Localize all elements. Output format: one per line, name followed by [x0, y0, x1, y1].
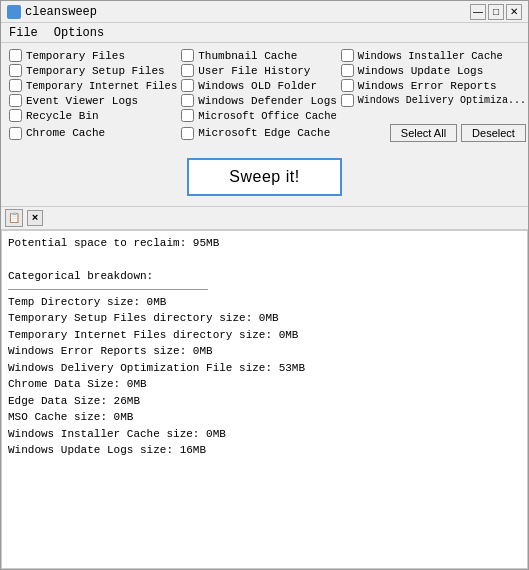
minimize-button[interactable]: —: [470, 4, 486, 20]
checkbox-user-file-history-label: User File History: [198, 65, 310, 77]
checkbox-windows-installer-cache-input[interactable]: [341, 49, 354, 62]
checkbox-windows-installer-cache-label: Windows Installer Cache: [358, 50, 503, 62]
checkbox-user-file-history-input[interactable]: [181, 64, 194, 77]
menu-options[interactable]: Options: [50, 26, 108, 40]
log-divider: [8, 289, 208, 290]
checkbox-chrome-cache[interactable]: Chrome Cache: [9, 124, 177, 142]
checkbox-chrome-cache-label: Chrome Cache: [26, 127, 105, 139]
checkbox-windows-delivery-optimization[interactable]: Windows Delivery Optimiza...: [341, 94, 526, 107]
checkbox-recycle-bin-label: Recycle Bin: [26, 110, 99, 122]
potential-space-line: Potential space to reclaim: 95MB: [8, 235, 521, 252]
checkbox-temporary-setup-files-label: Temporary Setup Files: [26, 65, 165, 77]
main-window: cleansweep — □ ✕ File Options Temporary …: [0, 0, 529, 570]
sweep-button[interactable]: Sweep it!: [187, 158, 341, 196]
title-bar-controls: — □ ✕: [470, 4, 522, 20]
checkbox-windows-error-reports[interactable]: Windows Error Reports: [341, 79, 526, 92]
checkbox-microsoft-office-cache-label: Microsoft Office Cache: [198, 110, 337, 122]
checkbox-windows-update-logs[interactable]: Windows Update Logs: [341, 64, 526, 77]
log-line-8: MSO Cache size: 0MB: [8, 409, 521, 426]
log-line-4: Windows Error Reports size: 0MB: [8, 343, 521, 360]
checkbox-temporary-setup-files[interactable]: Temporary Setup Files: [9, 64, 177, 77]
checkbox-user-file-history[interactable]: User File History: [181, 64, 337, 77]
checkbox-empty-1: [341, 109, 526, 122]
checkbox-windows-defender-logs-label: Windows Defender Logs: [198, 95, 337, 107]
menu-bar: File Options: [1, 23, 528, 43]
categorical-breakdown-line: Categorical breakdown:: [8, 268, 521, 285]
checkbox-event-viewer-logs-label: Event Viewer Logs: [26, 95, 138, 107]
checkbox-chrome-cache-input[interactable]: [9, 127, 22, 140]
log-line-5: Windows Delivery Optimization File size:…: [8, 360, 521, 377]
checkbox-windows-delivery-optimization-input[interactable]: [341, 94, 354, 107]
checkbox-thumbnail-cache-label: Thumbnail Cache: [198, 50, 297, 62]
log-line-7: Edge Data Size: 26MB: [8, 393, 521, 410]
checkbox-microsoft-edge-cache-label: Microsoft Edge Cache: [198, 127, 330, 139]
checkbox-temporary-files-input[interactable]: [9, 49, 22, 62]
checkbox-recycle-bin-input[interactable]: [9, 109, 22, 122]
log-tabs: 📋 ×: [1, 206, 528, 230]
checkbox-windows-update-logs-input[interactable]: [341, 64, 354, 77]
checkboxes-area: Temporary Files Thumbnail Cache Windows …: [1, 43, 528, 148]
checkbox-recycle-bin[interactable]: Recycle Bin: [9, 109, 177, 122]
close-button[interactable]: ✕: [506, 4, 522, 20]
checkbox-windows-old-folder[interactable]: Windows OLD Folder: [181, 79, 337, 92]
checkbox-event-viewer-logs-input[interactable]: [9, 94, 22, 107]
checkbox-temporary-internet-files-label: Temporary Internet Files: [26, 80, 177, 92]
menu-file[interactable]: File: [5, 26, 42, 40]
log-line-1: Temp Directory size: 0MB: [8, 294, 521, 311]
select-buttons-row: Select All Deselect: [341, 124, 526, 142]
checkbox-thumbnail-cache[interactable]: Thumbnail Cache: [181, 49, 337, 62]
checkbox-windows-defender-logs-input[interactable]: [181, 94, 194, 107]
tab-close-button[interactable]: ×: [27, 210, 43, 226]
deselect-button[interactable]: Deselect: [461, 124, 526, 142]
checkbox-microsoft-edge-cache-input[interactable]: [181, 127, 194, 140]
checkbox-windows-defender-logs[interactable]: Windows Defender Logs: [181, 94, 337, 107]
tab-icon[interactable]: 📋: [5, 209, 23, 227]
select-all-button[interactable]: Select All: [390, 124, 457, 142]
checkbox-windows-old-folder-label: Windows OLD Folder: [198, 80, 317, 92]
checkbox-windows-installer-cache[interactable]: Windows Installer Cache: [341, 49, 526, 62]
checkbox-windows-error-reports-label: Windows Error Reports: [358, 80, 497, 92]
log-line-6: Chrome Data Size: 0MB: [8, 376, 521, 393]
log-line-3: Temporary Internet Files directory size:…: [8, 327, 521, 344]
log-line-10: Windows Update Logs size: 16MB: [8, 442, 521, 459]
title-bar-left: cleansweep: [7, 5, 97, 19]
checkbox-windows-error-reports-input[interactable]: [341, 79, 354, 92]
checkbox-temporary-files-label: Temporary Files: [26, 50, 125, 62]
log-line-2: Temporary Setup Files directory size: 0M…: [8, 310, 521, 327]
checkbox-temporary-files[interactable]: Temporary Files: [9, 49, 177, 62]
checkbox-microsoft-office-cache[interactable]: Microsoft Office Cache: [181, 109, 337, 122]
maximize-button[interactable]: □: [488, 4, 504, 20]
log-line-9: Windows Installer Cache size: 0MB: [8, 426, 521, 443]
checkbox-microsoft-office-cache-input[interactable]: [181, 109, 194, 122]
app-icon: [7, 5, 21, 19]
sweep-row: Sweep it!: [1, 148, 528, 206]
log-area[interactable]: Potential space to reclaim: 95MB Categor…: [1, 230, 528, 569]
title-bar: cleansweep — □ ✕: [1, 1, 528, 23]
checkbox-windows-delivery-optimization-label: Windows Delivery Optimiza...: [358, 95, 526, 106]
checkbox-windows-old-folder-input[interactable]: [181, 79, 194, 92]
checkbox-event-viewer-logs[interactable]: Event Viewer Logs: [9, 94, 177, 107]
checkbox-temporary-internet-files-input[interactable]: [9, 79, 22, 92]
checkbox-microsoft-edge-cache[interactable]: Microsoft Edge Cache: [181, 124, 337, 142]
window-title: cleansweep: [25, 5, 97, 19]
checkbox-temporary-setup-files-input[interactable]: [9, 64, 22, 77]
checkbox-temporary-internet-files[interactable]: Temporary Internet Files: [9, 79, 177, 92]
checkbox-thumbnail-cache-input[interactable]: [181, 49, 194, 62]
checkbox-windows-update-logs-label: Windows Update Logs: [358, 65, 483, 77]
